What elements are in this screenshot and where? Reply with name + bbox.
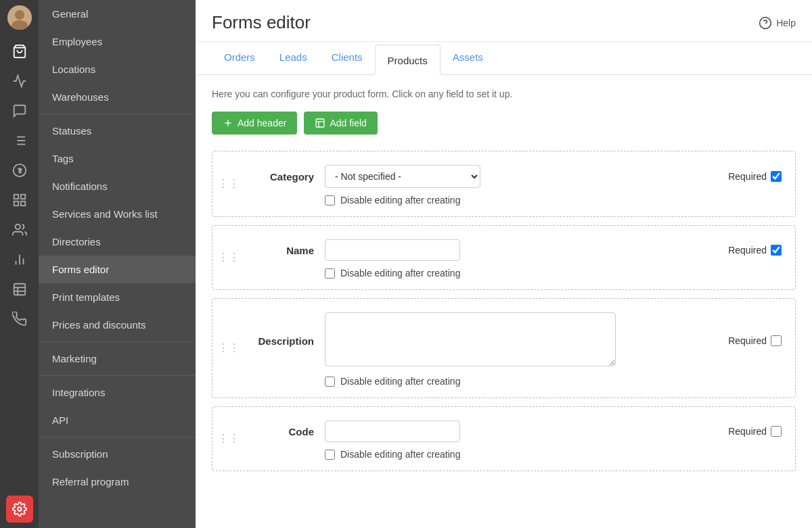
help-icon	[759, 16, 772, 30]
field-row-description: Description Required	[233, 312, 782, 369]
required-label-description: Required	[728, 335, 767, 346]
sidebar-divider-2	[39, 341, 196, 342]
nav-icon-dollar[interactable]	[6, 157, 33, 184]
required-checkbox-description[interactable]	[771, 335, 782, 346]
nav-icon-table[interactable]	[6, 276, 33, 303]
disable-checkbox-name[interactable]	[325, 268, 335, 279]
required-checkbox-code[interactable]	[771, 426, 782, 437]
svg-point-16	[15, 224, 20, 229]
drag-handle-code[interactable]: ⋮⋮	[218, 433, 240, 444]
drag-handle-name[interactable]: ⋮⋮	[218, 252, 240, 263]
sidebar-divider-3	[39, 375, 196, 376]
nav-icon-chart[interactable]	[6, 68, 33, 95]
svg-rect-14	[20, 201, 24, 206]
required-label-code: Required	[728, 426, 767, 437]
field-card-code[interactable]: ⋮⋮ Code Required Disable editing after c…	[212, 406, 796, 471]
sidebar-divider-4	[39, 437, 196, 437]
field-control-name	[325, 239, 717, 261]
sidebar-item-referral-program[interactable]: Referral program	[39, 468, 196, 496]
sidebar-item-integrations[interactable]: Integrations	[39, 379, 196, 406]
add-header-label: Add header	[238, 118, 286, 128]
nav-icon-list[interactable]	[6, 127, 33, 154]
add-header-icon	[223, 118, 233, 128]
code-input[interactable]	[325, 421, 460, 442]
svg-point-1	[15, 10, 24, 20]
tab-assets[interactable]: Assets	[441, 42, 495, 75]
nav-icon-people[interactable]	[6, 216, 33, 243]
category-select[interactable]: - Not specified -	[325, 165, 480, 188]
sidebar-item-api[interactable]: API	[39, 406, 196, 434]
nav-icon-shopping[interactable]	[6, 38, 33, 65]
field-required-name: Required	[728, 245, 782, 256]
disable-label-category[interactable]: Disable editing after creating	[340, 195, 460, 206]
drag-handle-category[interactable]: ⋮⋮	[218, 178, 240, 189]
sidebar-item-notifications[interactable]: Notifications	[39, 172, 196, 200]
disable-label-description[interactable]: Disable editing after creating	[340, 376, 460, 387]
sidebar-item-directories[interactable]: Directories	[39, 228, 196, 256]
tab-products[interactable]: Products	[375, 45, 441, 75]
sidebar-item-warehouses[interactable]: Warehouses	[39, 83, 196, 111]
disable-label-name[interactable]: Disable editing after creating	[340, 268, 460, 279]
name-input[interactable]	[325, 239, 460, 261]
sidebar-item-subscription[interactable]: Subscription	[39, 440, 196, 468]
disable-row-name: Disable editing after creating	[233, 268, 782, 279]
nav-icon-analytics[interactable]	[6, 246, 33, 273]
field-row-code: Code Required	[233, 421, 782, 442]
add-field-label: Add field	[330, 118, 366, 128]
sidebar-item-general[interactable]: General	[39, 0, 196, 28]
field-row-name: Name Required	[233, 239, 782, 261]
sidebar-item-services-and-works-list[interactable]: Services and Works list	[39, 200, 196, 228]
sidebar-item-locations[interactable]: Locations	[39, 55, 196, 83]
main: Forms editor Help Orders Leads Clients P…	[196, 0, 812, 528]
required-checkbox-category[interactable]	[771, 171, 782, 182]
tab-orders[interactable]: Orders	[212, 42, 267, 75]
field-label-category: Category	[233, 171, 314, 183]
add-field-icon	[315, 118, 325, 128]
field-card-description[interactable]: ⋮⋮ Description Required Disable editing …	[212, 298, 796, 398]
help-button[interactable]: Help	[759, 16, 796, 30]
nav-icon-settings[interactable]	[6, 496, 33, 523]
add-field-button[interactable]: Add field	[304, 112, 377, 135]
svg-rect-15	[14, 201, 18, 206]
nav-icon-message[interactable]	[6, 97, 33, 124]
sidebar-item-employees[interactable]: Employees	[39, 28, 196, 55]
tabs-bar: Orders Leads Clients Products Assets	[196, 42, 812, 75]
avatar[interactable]	[7, 5, 32, 30]
field-control-category: - Not specified -	[325, 165, 717, 188]
field-required-category: Required	[728, 171, 782, 182]
action-buttons: Add header Add field	[212, 112, 796, 135]
content-description: Here you can configure your product form…	[212, 89, 796, 99]
field-row-category: Category - Not specified - Required	[233, 165, 782, 188]
tab-clients[interactable]: Clients	[319, 42, 375, 75]
disable-label-code[interactable]: Disable editing after creating	[340, 449, 460, 460]
disable-row-code: Disable editing after creating	[233, 449, 782, 460]
field-label-name: Name	[233, 245, 314, 256]
sidebar-item-marketing[interactable]: Marketing	[39, 345, 196, 373]
sidebar-item-statuses[interactable]: Statuses	[39, 117, 196, 145]
nav-icon-phone[interactable]	[6, 306, 33, 333]
disable-checkbox-code[interactable]	[325, 450, 335, 460]
field-card-name[interactable]: ⋮⋮ Name Required Disable editing after c…	[212, 225, 796, 290]
field-label-code: Code	[233, 426, 314, 437]
sidebar-item-tags[interactable]: Tags	[39, 145, 196, 172]
disable-checkbox-category[interactable]	[325, 195, 335, 206]
field-required-description: Required	[728, 335, 782, 346]
nav-icon-grid[interactable]	[6, 187, 33, 214]
disable-checkbox-description[interactable]	[325, 377, 335, 387]
sidebar-item-forms-editor[interactable]: Forms editor	[39, 256, 196, 283]
tab-leads[interactable]: Leads	[267, 42, 319, 75]
drag-handle-description[interactable]: ⋮⋮	[218, 343, 240, 354]
add-header-button[interactable]: Add header	[212, 112, 297, 135]
field-control-description	[325, 312, 717, 369]
description-textarea[interactable]	[325, 312, 616, 366]
sidebar-item-prices-and-discounts[interactable]: Prices and discounts	[39, 311, 196, 339]
required-checkbox-name[interactable]	[771, 245, 782, 256]
svg-rect-13	[20, 195, 24, 199]
help-label: Help	[776, 18, 796, 28]
sidebar-item-print-templates[interactable]: Print templates	[39, 283, 196, 311]
svg-rect-20	[14, 284, 25, 295]
content-area: Here you can configure your product form…	[196, 75, 812, 528]
page-title: Forms editor	[212, 12, 311, 33]
field-card-category[interactable]: ⋮⋮ Category - Not specified - Required D…	[212, 151, 796, 217]
required-label-category: Required	[728, 171, 767, 182]
